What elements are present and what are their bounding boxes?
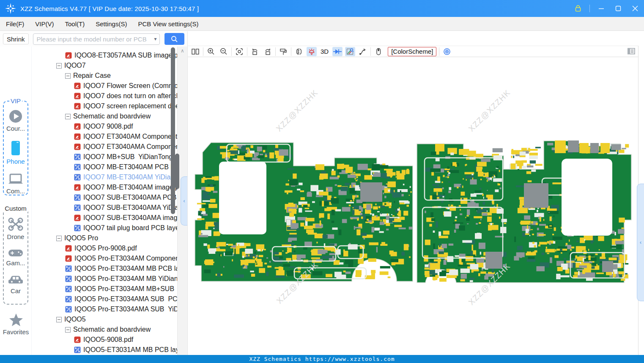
- search-button[interactable]: [164, 33, 184, 45]
- collapse-expander-icon[interactable]: [56, 63, 62, 69]
- tree-file-row[interactable]: IQOO7 SUB-ET3040AMA PCB la: [32, 192, 187, 203]
- vip-bag-icon[interactable]: [573, 3, 584, 14]
- tree-folder-row[interactable]: IQOO5: [32, 314, 187, 324]
- curve-icon[interactable]: [358, 47, 368, 56]
- rail-item-car[interactable]: Car: [7, 274, 24, 294]
- collapse-expander-icon[interactable]: [56, 317, 62, 322]
- pdf-icon: [74, 214, 81, 221]
- app-logo-icon: [4, 2, 17, 15]
- tree-file-row[interactable]: IQOO7 MB-ET3040AM YiDianTo: [32, 172, 187, 182]
- scroll-up-icon[interactable]: ∧: [179, 47, 186, 54]
- measure-icon[interactable]: [345, 47, 355, 56]
- tree-item-label: IQOO7 MB-ET3040AM PCB laye: [83, 163, 183, 171]
- tree-file-row[interactable]: IQOO5 Pro-ET3034AM MB+SUB Y: [32, 284, 187, 294]
- search-icon: [170, 35, 178, 43]
- minimize-button[interactable]: [596, 3, 607, 14]
- collapse-left-icon[interactable]: ‹: [181, 176, 187, 226]
- tree-file-row[interactable]: IQOO5 Pro-ET3034AMA SUB PCB: [32, 294, 187, 304]
- tree-file-row[interactable]: IQOO5 Pro-ET3034AM MB YiDianT: [32, 274, 187, 284]
- inner-scrollbar-thumb[interactable]: [175, 154, 179, 189]
- rail-item-game[interactable]: Gam...: [6, 248, 25, 267]
- rail-item-course[interactable]: Cour...: [6, 109, 25, 132]
- 3d-view-button[interactable]: 3D: [319, 48, 330, 55]
- menu-file[interactable]: File(F): [6, 20, 24, 28]
- shrink-button[interactable]: Shrink: [3, 33, 29, 44]
- layer-panel-icon[interactable]: [626, 47, 636, 56]
- chevron-down-icon[interactable]: ▾: [154, 36, 157, 42]
- tree-file-row[interactable]: IQOO7 MB+SUB YiDianTong.pc: [32, 152, 187, 162]
- rail-label-game: Gam...: [6, 259, 25, 267]
- gamepad-icon: [8, 248, 24, 258]
- tree-folder-row[interactable]: Repair Case: [32, 71, 187, 81]
- close-button[interactable]: [630, 3, 641, 14]
- search-input[interactable]: [36, 35, 153, 43]
- pdf-icon: [74, 184, 81, 191]
- collapse-expander-icon[interactable]: [56, 236, 62, 241]
- mirror-flip-icon[interactable]: [294, 47, 304, 56]
- diode-icon[interactable]: [332, 47, 343, 56]
- tree-file-row[interactable]: IQOO7 does not turn on after ch: [32, 91, 187, 101]
- tree-item-label: IQOO5-9008.pdf: [83, 336, 133, 344]
- tree-file-row[interactable]: IQOO7 MB-ET3040AM PCB laye: [32, 162, 187, 172]
- mouse-icon[interactable]: [373, 47, 384, 56]
- tree-file-row[interactable]: IQOO7 SUB-ET3040AMA image: [32, 213, 187, 223]
- tree-file-row[interactable]: IQOO7 MB-ET3040AM image.pc: [32, 182, 187, 192]
- tree-file-row[interactable]: IQOO5 Pro-ET3034AM MB PCB lay: [32, 264, 187, 274]
- tree-file-row[interactable]: IQOO5 Pro-9008.pdf: [32, 243, 187, 253]
- collapse-expander-icon[interactable]: [65, 114, 71, 119]
- title-bar: XZZ Schematics V4.77 [ VIP Due date: 202…: [0, 0, 644, 17]
- menu-pcb-view-settings[interactable]: PCB View settings(S): [138, 20, 198, 28]
- tree-scrollbar-thumb[interactable]: [171, 47, 175, 214]
- tree-file-row[interactable]: IQOO7 9008.pdf: [32, 121, 187, 132]
- tree-file-row[interactable]: IQOO7 screen replacement doe: [32, 101, 187, 111]
- tree-item-label: IQOO5-ET3031AM MB PCB laye: [83, 346, 183, 354]
- maximize-button[interactable]: [613, 3, 624, 14]
- rail-item-favorites[interactable]: Favorites: [0, 313, 32, 336]
- fit-screen-icon[interactable]: [234, 47, 244, 56]
- menu-bar: File(F) VIP(V) Tool(T) Settings(S) PCB V…: [0, 17, 644, 31]
- pdf-icon: [74, 123, 81, 130]
- zoom-out-icon[interactable]: [219, 47, 229, 56]
- menu-vip[interactable]: VIP(V): [35, 20, 54, 28]
- pcb-file-icon: [74, 154, 81, 160]
- tree-file-row[interactable]: IQOO7 Flower Screen (Common: [32, 81, 187, 91]
- tree-folder-row[interactable]: Schematic and boardview: [32, 324, 187, 335]
- lamp-icon[interactable]: [307, 47, 317, 56]
- tree-folder-row[interactable]: IQOO5 Pro: [32, 233, 187, 243]
- tree-item-label: IQOO5 Pro-ET3034AMA SUB PCB: [74, 295, 182, 303]
- tree-folder-row[interactable]: IQOO7: [32, 60, 187, 71]
- pcb-file-icon: [74, 346, 81, 353]
- tree-file-row[interactable]: IQOO5 Pro-ET3034AMA SUB YiDia: [32, 304, 187, 314]
- pdf-icon: [65, 255, 72, 262]
- collapse-expander-icon[interactable]: [65, 327, 71, 333]
- rail-item-drone[interactable]: Drone: [7, 217, 25, 240]
- pcb-file-icon: [65, 296, 72, 302]
- tree-file-row[interactable]: IQOO7 tail plug board PCB laye: [32, 223, 187, 233]
- tree-item-label: IQOO7 ET3040AM Component: [83, 133, 177, 140]
- rotate-left-icon[interactable]: [250, 47, 260, 56]
- target-rings-icon[interactable]: [442, 47, 452, 56]
- paint-roller-icon[interactable]: [278, 47, 288, 56]
- pcb-file-icon: [65, 286, 72, 292]
- split-view-icon[interactable]: [190, 47, 200, 56]
- tree-file-row[interactable]: IQOO5-ET3031AM MB PCB laye: [32, 345, 187, 355]
- collapse-right-icon[interactable]: ‹: [637, 184, 644, 301]
- collapse-expander-icon[interactable]: [65, 73, 71, 79]
- rail-label-drone: Drone: [7, 233, 25, 240]
- tree-file-row[interactable]: IQOO8-ET3057AMA SUB image.pd: [32, 50, 187, 60]
- pcb-canvas[interactable]: XZZ@XZZHKXZZ@XZZHKXZZ@XZZHKXZZ@XZZHK: [188, 57, 638, 355]
- rotate-right-icon[interactable]: [263, 47, 273, 56]
- rail-item-phone[interactable]: Phone: [6, 140, 25, 165]
- tree-file-row[interactable]: IQOO5-9008.pdf: [32, 335, 187, 345]
- colorscheme-button[interactable]: [ColorScheme]: [388, 47, 436, 56]
- menu-tool[interactable]: Tool(T): [65, 20, 85, 28]
- tree-file-row[interactable]: IQOO7 SUB-ET3040AMA YiDian: [32, 203, 187, 213]
- menu-settings[interactable]: Settings(S): [96, 20, 127, 28]
- tree-file-row[interactable]: IQOO5 Pro-ET3034AM Component: [32, 253, 187, 264]
- rail-item-computer[interactable]: Com...: [6, 173, 25, 195]
- rail-label-course: Cour...: [6, 125, 25, 132]
- tree-file-row[interactable]: IQOO7 ET3040AMA Componen: [32, 142, 187, 152]
- tree-file-row[interactable]: IQOO7 ET3040AM Component: [32, 132, 187, 142]
- zoom-in-icon[interactable]: [206, 47, 216, 56]
- tree-folder-row[interactable]: Schematic and boardview: [32, 111, 187, 121]
